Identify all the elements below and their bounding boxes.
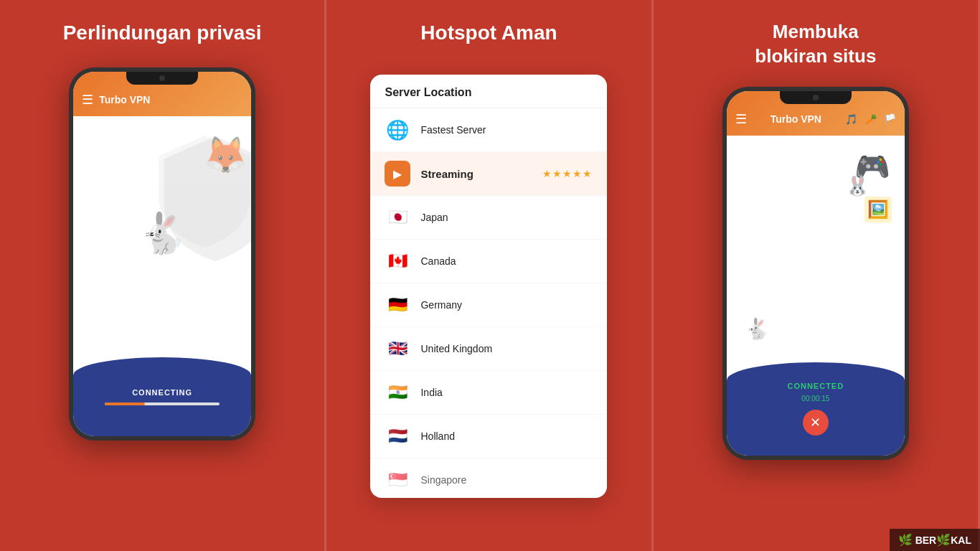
phone-camera-left: [159, 75, 165, 81]
disconnect-button[interactable]: ✕: [803, 410, 829, 435]
flag-icon-right: 🏳️: [884, 113, 896, 125]
server-item-uk[interactable]: 🇬🇧 United Kingdom: [370, 327, 607, 371]
server-item-germany[interactable]: 🇩🇪 Germany: [370, 283, 607, 327]
flag-holland-icon: 🇳🇱: [385, 423, 410, 449]
phone-body-right: 🎮 🐰 🖼️ 🐇: [727, 136, 905, 362]
panel-middle: Hotspot Aman Server Location 🌐 Fastest S…: [326, 0, 653, 551]
panel-left: Perlindungan privasi ☰ Turbo VPN: [0, 0, 326, 551]
watermark-leaf-icon: 🌿: [898, 533, 913, 547]
phone-left: ☰ Turbo VPN 🦊 🐇: [69, 67, 255, 441]
photo-sticker-icon: 🖼️: [864, 197, 892, 222]
panel-right: Membuka blokiran situs ☰ Turbo VPN 🎵 🥕 🏳…: [654, 0, 980, 551]
phone-bottom-right: CONNECTED 00:00:15 ✕: [727, 362, 905, 456]
music-note-icon: 🎵: [845, 113, 857, 125]
phone-body-left: 🦊 🐇: [73, 116, 251, 357]
connected-status: CONNECTED: [787, 382, 844, 390]
flag-germany-icon: 🇩🇪: [385, 292, 410, 318]
progress-bar: [105, 402, 220, 405]
phone-screen-left: ☰ Turbo VPN 🦊 🐇: [73, 72, 251, 436]
server-list-header: Server Location: [370, 75, 607, 108]
right-title: Membuka blokiran situs: [740, 0, 890, 80]
server-item-canada[interactable]: 🇨🇦 Canada: [370, 240, 607, 283]
streaming-play-icon: ▶: [385, 161, 410, 187]
rabbit-lying-icon: 🐇: [745, 317, 770, 341]
phone-camera-right: [813, 95, 819, 100]
server-name-india: India: [420, 387, 593, 398]
flag-singapore-icon: 🇸🇬: [385, 467, 410, 493]
shield-fox-icon: 🦊: [203, 134, 248, 176]
server-name-streaming: Streaming: [420, 168, 532, 180]
server-name-germany: Germany: [420, 299, 593, 311]
server-item-japan[interactable]: 🇯🇵 Japan: [370, 196, 607, 240]
server-name-canada: Canada: [420, 255, 593, 267]
hamburger-icon-right[interactable]: ☰: [735, 111, 747, 127]
phone-header-icons-right: 🎵 🥕 🏳️: [845, 113, 896, 125]
flag-india-icon: 🇮🇳: [385, 380, 410, 405]
phone-header-title-right: Turbo VPN: [771, 113, 821, 125]
server-name-fastest: Fastest Server: [420, 124, 593, 136]
rabbit-sticker-icon: 🐰: [846, 175, 869, 197]
server-list-card: Server Location 🌐 Fastest Server ▶ Strea…: [370, 75, 607, 498]
middle-title: Hotspot Aman: [406, 0, 571, 60]
streaming-stars: ★★★★★: [542, 168, 593, 179]
server-name-uk: United Kingdom: [420, 343, 593, 354]
watermark-text: BER🌿KAL: [915, 533, 971, 547]
server-name-holland: Holland: [420, 430, 593, 442]
phone-bottom-left: CONNECTING: [73, 357, 251, 436]
flag-canada-icon: 🇨🇦: [385, 248, 410, 274]
server-item-india[interactable]: 🇮🇳 India: [370, 371, 607, 415]
globe-icon: 🌐: [385, 117, 410, 143]
flag-uk-icon: 🇬🇧: [385, 336, 410, 362]
server-item-fastest[interactable]: 🌐 Fastest Server: [370, 108, 607, 152]
right-title-text: Membuka blokiran situs: [755, 21, 876, 67]
server-name-japan: Japan: [420, 212, 593, 223]
server-name-singapore: Singapore: [420, 474, 593, 486]
phone-screen-right: ☰ Turbo VPN 🎵 🥕 🏳️ 🎮 🐰 🖼️ 🐇 CONNECTED 00…: [727, 91, 905, 456]
watermark: 🌿 BER🌿KAL: [890, 529, 980, 551]
server-item-streaming[interactable]: ▶ Streaming ★★★★★: [370, 152, 607, 196]
flag-japan-icon: 🇯🇵: [385, 204, 410, 230]
hamburger-icon[interactable]: ☰: [82, 92, 93, 108]
phone-header-title-left: Turbo VPN: [99, 94, 150, 105]
server-item-holland[interactable]: 🇳🇱 Holland: [370, 415, 607, 458]
carrot-icon: 🥕: [864, 113, 877, 125]
left-title: Perlindungan privasi: [49, 0, 276, 60]
connecting-status: CONNECTING: [132, 388, 192, 397]
server-item-singapore[interactable]: 🇸🇬 Singapore: [370, 458, 607, 498]
phone-right: ☰ Turbo VPN 🎵 🥕 🏳️ 🎮 🐰 🖼️ 🐇 CONNECTED 00…: [722, 87, 909, 460]
connection-timer: 00:00:15: [801, 395, 829, 402]
progress-fill: [105, 402, 145, 405]
